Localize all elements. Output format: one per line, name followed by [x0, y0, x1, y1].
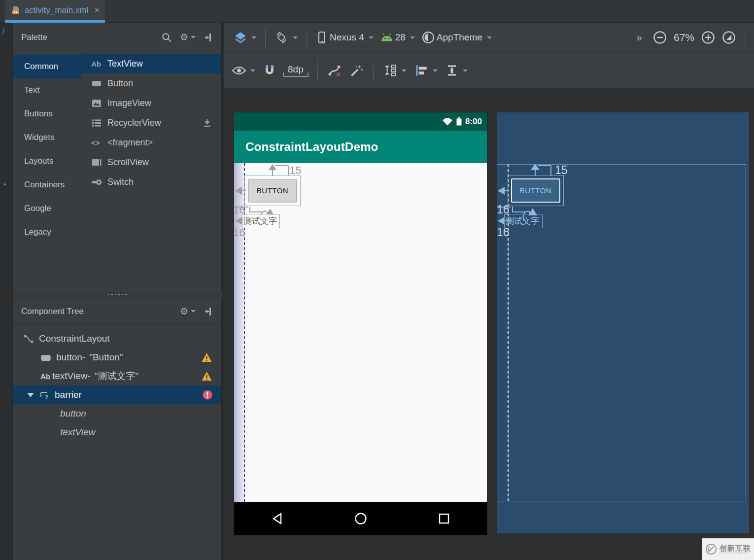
device-selector[interactable]: Nexus 4	[316, 31, 374, 44]
pack-icon	[383, 64, 397, 77]
design-view-phone[interactable]: 8:00 ConstraintLayoutDemo 15 16 1	[234, 112, 487, 535]
svg-text:<>: <>	[13, 10, 18, 14]
zoom-in-icon	[701, 31, 715, 44]
autoconnect-button[interactable]	[263, 64, 276, 77]
infer-constraints-button[interactable]	[349, 64, 363, 77]
hide-panel-icon[interactable]	[204, 33, 213, 42]
app-bar: ConstraintLayoutDemo	[234, 131, 487, 163]
align-icon	[414, 64, 428, 77]
palette-item-textview[interactable]: Ab TextView	[81, 54, 221, 73]
palette-options-button[interactable]: ⚙	[180, 32, 196, 43]
zoom-to-fit-button[interactable]	[722, 31, 736, 44]
palette-header: Palette ⚙	[13, 23, 221, 52]
design-surface[interactable]: 8:00 ConstraintLayoutDemo 15 16 1	[224, 89, 754, 560]
tab-close-icon[interactable]: ×	[94, 5, 99, 15]
tab-activity-main-xml[interactable]: <> activity_main.xml ×	[5, 0, 105, 23]
blueprint-button-widget[interactable]: BUTTON	[508, 175, 564, 206]
xml-layout-file-icon: <>	[11, 5, 21, 15]
scrollview-icon	[91, 157, 102, 168]
palette-item-switch[interactable]: Switch	[81, 172, 221, 192]
constraintlayout-icon	[23, 333, 34, 344]
chevron-down-icon	[191, 36, 196, 38]
palette-item-recyclerview[interactable]: RecyclerView	[81, 113, 221, 133]
blueprint-textview-widget[interactable]: 测试文字	[504, 214, 543, 228]
component-tree-panel: Component Tree ⚙ ConstraintLayout button…	[13, 298, 222, 560]
pack-button[interactable]	[383, 64, 407, 77]
palette-category-containers[interactable]: Containers	[13, 173, 81, 197]
clear-constraints-button[interactable]: ×	[328, 64, 342, 77]
theme-icon	[422, 31, 435, 44]
hide-panel-icon[interactable]	[204, 307, 213, 316]
design-surface-mode-button[interactable]	[234, 31, 256, 44]
default-margin-button[interactable]: 8dp	[284, 64, 308, 77]
palette-item-fragment[interactable]: <> <fragment>	[81, 133, 221, 152]
toolbar-separator	[745, 28, 745, 47]
distribute-button[interactable]	[446, 64, 468, 77]
chevron-down-icon	[293, 36, 298, 39]
watermark-title: 创新互联	[720, 544, 751, 552]
search-icon[interactable]	[161, 32, 172, 43]
chevron-down-icon	[463, 70, 468, 72]
chevron-down-icon	[251, 36, 256, 39]
tree-node-constraintlayout[interactable]: ConstraintLayout	[13, 329, 221, 348]
tree-node-barrier[interactable]: ? barrier	[13, 385, 221, 404]
zoom-to-fit-icon	[722, 31, 736, 44]
tree-node-barrier-ref-button[interactable]: button	[13, 404, 221, 423]
button-widget-face[interactable]: BUTTON	[248, 179, 297, 202]
nav-home-icon[interactable]	[354, 512, 367, 525]
orientation-button[interactable]	[274, 31, 298, 44]
palette-category-layouts[interactable]: Layouts	[13, 149, 81, 173]
toolbar-separator	[373, 61, 374, 80]
nav-back-icon[interactable]	[272, 512, 283, 525]
align-button[interactable]	[414, 64, 438, 77]
android-status-bar: 8:00	[234, 112, 487, 131]
palette-items: Ab TextView Button ImageView RecyclerVie…	[81, 52, 221, 291]
zoom-out-icon	[653, 31, 667, 44]
design-button-widget[interactable]: BUTTON	[244, 175, 301, 206]
zoom-in-button[interactable]	[701, 31, 715, 44]
palette-category-legacy[interactable]: Legacy	[13, 220, 81, 244]
tree-node-barrier-ref-textview[interactable]: textView	[13, 423, 221, 442]
zoom-percent: 67%	[674, 32, 694, 43]
panel-splitter[interactable]	[13, 292, 222, 298]
gear-icon: ⚙	[180, 306, 188, 317]
palette-item-button[interactable]: Button	[81, 73, 221, 93]
palette-category-buttons[interactable]: Buttons	[13, 102, 81, 126]
toolbar-separator	[307, 28, 307, 47]
zoom-out-button[interactable]	[653, 31, 667, 44]
toolbar-overflow-button[interactable]: »	[637, 32, 641, 43]
palette-category-widgets[interactable]: Widgets	[13, 126, 81, 149]
api-level-selector[interactable]: 28	[380, 32, 415, 43]
nav-recents-icon[interactable]	[438, 513, 450, 525]
blueprint-view[interactable]: 15 16 16 BUTTON 测试文字	[497, 112, 749, 533]
magnet-icon	[263, 64, 276, 77]
chevron-down-icon	[369, 36, 374, 39]
imageview-icon	[91, 98, 102, 108]
tree-node-button[interactable]: button- "Button"	[13, 348, 221, 367]
palette-item-imageview[interactable]: ImageView	[81, 93, 221, 113]
chevron-down-icon	[410, 36, 415, 39]
expand-arrow-icon[interactable]	[27, 393, 34, 397]
palette-category-common[interactable]: Common	[13, 55, 81, 78]
design-textview-widget[interactable]: 测试文字	[242, 214, 280, 228]
palette-body: Common Text Buttons Widgets Layouts Cont…	[13, 52, 221, 291]
component-tree-header: Component Tree ⚙	[13, 298, 221, 325]
fragment-icon: <>	[91, 139, 102, 147]
palette-categories: Common Text Buttons Widgets Layouts Cont…	[13, 52, 81, 291]
palette-item-scrollview[interactable]: ScrollView	[81, 152, 221, 172]
chevron-down-icon	[191, 310, 196, 313]
palette-category-google[interactable]: Google	[13, 197, 81, 220]
chevron-down-icon	[433, 70, 438, 72]
theme-selector[interactable]: AppTheme	[422, 31, 492, 44]
tree-options-button[interactable]: ⚙	[180, 306, 196, 317]
palette-category-text[interactable]: Text	[13, 78, 81, 102]
view-options-button[interactable]	[232, 66, 255, 75]
gear-icon: ⚙	[180, 32, 188, 43]
button-widget-face[interactable]: BUTTON	[511, 178, 560, 203]
design-canvas[interactable]: 15 16 16 BUTTON 测试文字	[234, 163, 487, 502]
gutter-dot	[4, 183, 6, 185]
download-icon[interactable]	[202, 117, 212, 128]
tree-node-textview[interactable]: Ab textView- "测试文字"	[13, 367, 221, 385]
component-tree-title: Component Tree	[21, 307, 172, 316]
layers-icon	[234, 31, 247, 44]
